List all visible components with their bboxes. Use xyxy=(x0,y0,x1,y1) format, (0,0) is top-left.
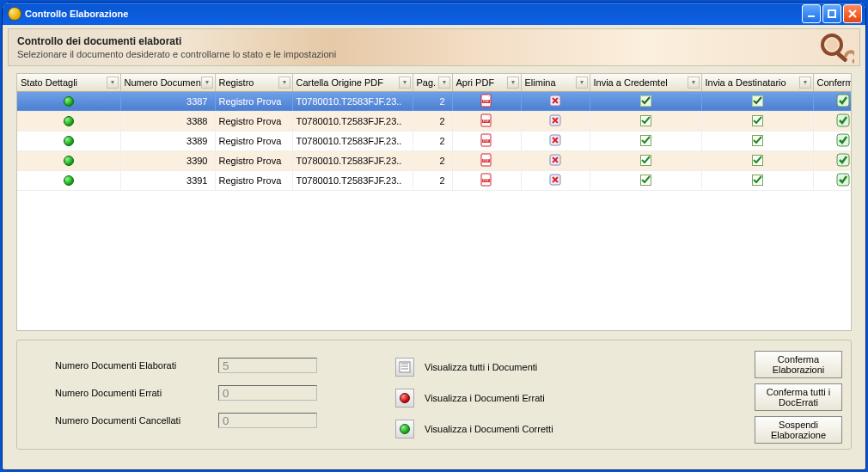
chevron-down-icon[interactable]: ▾ xyxy=(278,77,290,89)
stat-label-elaborati: Numero Documenti Elaborati xyxy=(55,360,218,371)
data-grid[interactable]: Stato Dettagli▾Numero Documento▾Registro… xyxy=(16,73,852,331)
close-button[interactable] xyxy=(843,4,862,23)
window-title: Controllo Elaborazione xyxy=(25,9,802,19)
table-row[interactable]: 3387Registro ProvaT0780010.T2583FJF.23..… xyxy=(17,91,852,111)
column-header-elimina[interactable]: Elimina▾ xyxy=(521,74,590,91)
column-header-apri[interactable]: Apri PDF▾ xyxy=(452,74,521,91)
checkbox-destinatario[interactable] xyxy=(701,111,813,131)
column-header-conferma[interactable]: Conferma▾ xyxy=(813,74,852,91)
stat-value-cancellati xyxy=(218,413,317,428)
chevron-down-icon[interactable]: ▾ xyxy=(576,77,588,89)
table-row[interactable]: 3391Registro ProvaT0780010.T2583FJF.23..… xyxy=(17,170,852,190)
cell-registro: Registro Prova xyxy=(215,91,292,111)
confirm-icon[interactable] xyxy=(813,131,852,150)
checkbox-destinatario[interactable] xyxy=(701,131,813,150)
column-header-credem[interactable]: Invia a Credemtel▾ xyxy=(590,74,701,91)
titlebar[interactable]: Controllo Elaborazione xyxy=(3,3,865,25)
status-icon xyxy=(17,111,120,131)
cell-pag: 2 xyxy=(413,131,452,150)
cell-cartella: T0780010.T2583FJF.23.. xyxy=(292,111,413,131)
cell-registro: Registro Prova xyxy=(215,131,292,150)
confirm-icon[interactable] xyxy=(813,91,852,111)
svg-text:PDF: PDF xyxy=(483,99,490,103)
delete-icon[interactable] xyxy=(521,111,590,131)
stat-label-cancellati: Numero Documenti Cancellati xyxy=(55,415,218,426)
chevron-down-icon[interactable]: ▾ xyxy=(507,77,519,89)
cell-cartella: T0780010.T2583FJF.23.. xyxy=(292,91,413,111)
show-correct-button[interactable] xyxy=(395,420,414,438)
page-title: Controllo dei documenti elaborati xyxy=(17,35,859,47)
show-errors-button[interactable] xyxy=(395,389,414,408)
checkbox-credemtel[interactable] xyxy=(590,91,701,111)
cell-registro: Registro Prova xyxy=(215,170,292,190)
confirm-icon[interactable] xyxy=(813,150,852,170)
open-pdf-icon[interactable]: PDF xyxy=(452,150,521,170)
show-all-button[interactable] xyxy=(395,358,414,377)
suspend-button[interactable]: Sospendi Elaborazione xyxy=(755,416,842,444)
cell-numero: 3387 xyxy=(120,91,215,111)
table-row[interactable]: 3389Registro ProvaT0780010.T2583FJF.23..… xyxy=(17,131,852,150)
svg-text:PDF: PDF xyxy=(483,119,490,123)
confirm-icon[interactable] xyxy=(813,170,852,190)
minimize-button[interactable] xyxy=(802,4,821,23)
confirm-icon[interactable] xyxy=(813,111,852,131)
checkbox-destinatario[interactable] xyxy=(701,170,813,190)
chevron-down-icon[interactable]: ▾ xyxy=(399,77,411,89)
footer-panel: Numero Documenti Elaborati Numero Docume… xyxy=(16,340,852,450)
svg-rect-0 xyxy=(808,15,815,17)
cell-cartella: T0780010.T2583FJF.23.. xyxy=(292,170,413,190)
chevron-down-icon[interactable]: ▾ xyxy=(688,77,700,89)
checkbox-credemtel[interactable] xyxy=(590,170,701,190)
stat-value-elaborati xyxy=(218,358,317,373)
column-header-pag[interactable]: Pag.▾ xyxy=(413,74,452,91)
maximize-button[interactable] xyxy=(822,4,841,23)
open-pdf-icon[interactable]: PDF xyxy=(452,170,521,190)
column-header-dest[interactable]: Invia a Destinatario▾ xyxy=(701,74,813,91)
open-pdf-icon[interactable]: PDF xyxy=(452,91,521,111)
magnifier-icon xyxy=(816,31,854,67)
app-icon xyxy=(8,7,21,21)
table-row[interactable]: 3390Registro ProvaT0780010.T2583FJF.23..… xyxy=(17,150,852,170)
column-header-registro[interactable]: Registro▾ xyxy=(215,74,292,91)
svg-rect-1 xyxy=(828,10,835,17)
legend-ok: Visualizza i Documenti Corretti xyxy=(425,424,553,434)
checkbox-credemtel[interactable] xyxy=(590,150,701,170)
chevron-down-icon[interactable]: ▾ xyxy=(201,77,213,89)
cell-pag: 2 xyxy=(413,150,452,170)
page-subtitle: Selezionare il documento desiderato e co… xyxy=(17,49,859,59)
cell-numero: 3390 xyxy=(120,150,215,170)
open-pdf-icon[interactable]: PDF xyxy=(452,131,521,150)
table-row[interactable]: 3388Registro ProvaT0780010.T2583FJF.23..… xyxy=(17,111,852,131)
checkbox-credemtel[interactable] xyxy=(590,131,701,150)
delete-icon[interactable] xyxy=(521,131,590,150)
cell-registro: Registro Prova xyxy=(215,111,292,131)
cell-pag: 2 xyxy=(413,91,452,111)
column-header-numero[interactable]: Numero Documento▾ xyxy=(120,74,215,91)
stat-label-errati: Numero Documenti Errati xyxy=(55,388,218,398)
delete-icon[interactable] xyxy=(521,91,590,111)
chevron-down-icon[interactable]: ▾ xyxy=(799,77,811,89)
status-icon xyxy=(17,91,120,111)
cell-pag: 2 xyxy=(413,111,452,131)
stat-value-errati xyxy=(218,385,317,401)
cell-pag: 2 xyxy=(413,170,452,190)
checkbox-credemtel[interactable] xyxy=(590,111,701,131)
svg-text:PDF: PDF xyxy=(483,178,490,182)
checkbox-destinatario[interactable] xyxy=(701,91,813,111)
checkbox-destinatario[interactable] xyxy=(701,150,813,170)
chevron-down-icon[interactable]: ▾ xyxy=(107,77,119,89)
column-header-stato[interactable]: Stato Dettagli▾ xyxy=(17,74,120,91)
delete-icon[interactable] xyxy=(521,150,590,170)
cell-cartella: T0780010.T2583FJF.23.. xyxy=(292,131,413,150)
confirm-button[interactable]: Conferma Elaborazioni xyxy=(755,351,842,378)
status-icon xyxy=(17,150,120,170)
chevron-down-icon[interactable]: ▾ xyxy=(438,77,450,89)
open-pdf-icon[interactable]: PDF xyxy=(452,111,521,131)
cell-numero: 3388 xyxy=(120,111,215,131)
confirm-errors-button[interactable]: Conferma tutti i DocErrati xyxy=(755,383,842,411)
cell-numero: 3391 xyxy=(120,170,215,190)
header-band: Controllo dei documenti elaborati Selezi… xyxy=(8,28,860,66)
column-header-cartella[interactable]: Cartella Origine PDF▾ xyxy=(292,74,413,91)
delete-icon[interactable] xyxy=(521,170,590,190)
svg-text:PDF: PDF xyxy=(483,138,490,143)
